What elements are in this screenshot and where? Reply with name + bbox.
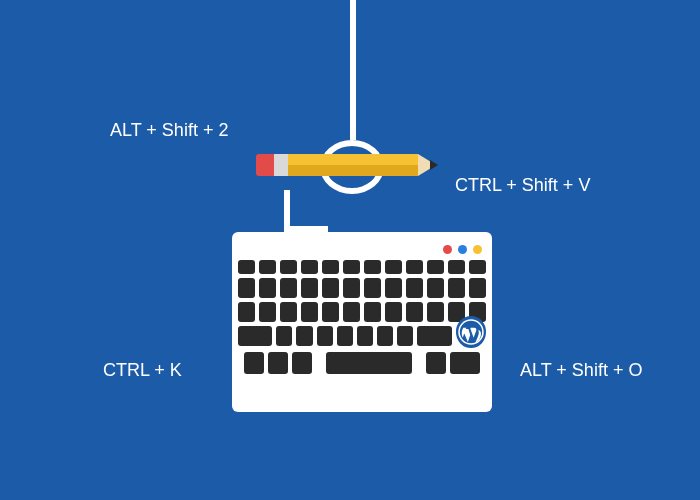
keyboard-key [301, 278, 318, 298]
keyboard-illustration [232, 232, 492, 412]
keyboard-gap [316, 352, 322, 374]
keyboard-key [343, 260, 360, 274]
keyboard-key [280, 278, 297, 298]
keyboard-key [364, 260, 381, 274]
keyboard-key [322, 260, 339, 274]
shortcut-label-top-right: CTRL + Shift + V [455, 175, 590, 196]
wordpress-logo-icon [456, 316, 486, 348]
keyboard-key [337, 326, 353, 346]
keyboard-key [317, 326, 333, 346]
pencil-body [288, 154, 418, 176]
keyboard-key [427, 278, 444, 298]
keyboard-key [280, 302, 297, 322]
pencil-illustration [256, 154, 446, 176]
keyboard-row [238, 326, 486, 348]
indicator-dot-blue [458, 245, 467, 254]
keyboard-row [238, 352, 486, 374]
keyboard-key [364, 302, 381, 322]
keyboard-row [238, 278, 486, 298]
keyboard-key [296, 326, 312, 346]
keyboard-key [469, 278, 486, 298]
cable-segment [350, 0, 356, 140]
keyboard-key [276, 326, 292, 346]
keyboard-key [238, 260, 255, 274]
keyboard-key [450, 352, 480, 374]
keyboard-key [301, 260, 318, 274]
keyboard-key [280, 260, 297, 274]
shortcut-label-bottom-right: ALT + Shift + O [520, 360, 642, 381]
keyboard-row [238, 302, 486, 322]
keyboard-key [322, 278, 339, 298]
pencil-tip [430, 160, 438, 170]
keyboard-key [244, 352, 264, 374]
keyboard-key [469, 260, 486, 274]
keyboard-key [292, 352, 312, 374]
keyboard-key [357, 326, 373, 346]
keyboard-key [322, 302, 339, 322]
keyboard-key [385, 302, 402, 322]
indicator-dot-red [443, 245, 452, 254]
keyboard-key [406, 278, 423, 298]
shortcut-label-top-left: ALT + Shift + 2 [110, 120, 228, 141]
pencil-eraser [256, 154, 274, 176]
keyboard-key [238, 302, 255, 322]
keyboard-key [406, 260, 423, 274]
pencil-ferrule [274, 154, 288, 176]
keyboard-key [268, 352, 288, 374]
keyboard-key [448, 260, 465, 274]
keyboard-key [364, 278, 381, 298]
keyboard-key [343, 302, 360, 322]
keyboard-header [238, 238, 486, 260]
keyboard-gap [416, 352, 422, 374]
keyboard-key [238, 326, 272, 346]
keyboard-key [448, 278, 465, 298]
keyboard-key [259, 278, 276, 298]
keyboard-spacebar [326, 352, 412, 374]
shortcut-label-bottom-left: CTRL + K [103, 360, 182, 381]
keyboard-key [426, 352, 446, 374]
keyboard-key [301, 302, 318, 322]
keyboard-key [259, 302, 276, 322]
keyboard-key [427, 302, 444, 322]
keyboard-key [397, 326, 413, 346]
indicator-dot-yellow [473, 245, 482, 254]
keyboard-key [385, 260, 402, 274]
keyboard-key [385, 278, 402, 298]
keyboard-key [406, 302, 423, 322]
keyboard-key [343, 278, 360, 298]
keyboard-key [238, 278, 255, 298]
keyboard-row [238, 260, 486, 274]
keyboard-key [259, 260, 276, 274]
keyboard-key [427, 260, 444, 274]
keyboard-key [377, 326, 393, 346]
keyboard-key [417, 326, 451, 346]
